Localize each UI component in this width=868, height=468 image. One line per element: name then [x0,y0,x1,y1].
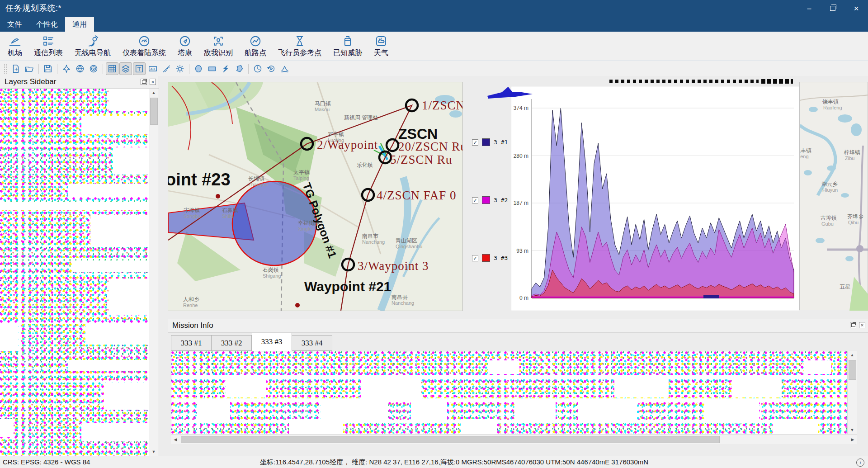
mission-vscroll-thumb[interactable] [849,360,856,380]
ribbon-button-机场[interactable]: 机场 [2,32,28,58]
sidebar-scroll-down[interactable]: ▼ [149,448,158,456]
radio-nav-icon [86,34,99,48]
svg-text:Songbu: Songbu [184,213,201,219]
legend-checkbox[interactable]: ✓ [472,255,478,261]
target-icon [89,64,99,74]
toolbar-drag-handle[interactable] [4,64,7,74]
mission-scroll-right[interactable]: ▶ [848,435,857,444]
new-file-icon [11,64,21,74]
toolbar-button-measure-icon[interactable] [160,62,173,75]
svg-text:Nanchang: Nanchang [392,300,414,306]
toolbar-button-label-ab-icon[interactable]: AB [146,62,159,75]
minimize-button[interactable]: – [797,0,821,17]
ribbon-label: 机场 [8,48,22,58]
legend-checkbox[interactable]: ✓ [472,139,478,146]
toolbar-separator [57,64,57,74]
tacan-icon [178,34,192,48]
svg-text:oint #23: oint #23 [168,170,231,189]
ribbon-button-敌我识别[interactable]: 敌我识别 [198,32,239,58]
grid-icon [107,64,117,74]
mission-tab-1[interactable]: 333 #1 [171,335,212,351]
ribbon-label: 无线电导航 [75,48,111,58]
legend-item-3: ✓3 #3 [472,254,508,262]
toolbar-button-clock-icon[interactable] [251,62,264,75]
toolbar-button-grid-icon[interactable] [106,62,118,75]
mission-hscroll-thumb[interactable] [181,436,720,443]
toolbar-button-terrain-icon[interactable] [278,62,291,75]
toolbar-button-globe-icon[interactable] [74,62,86,75]
y-axis-tick: 0 m [519,295,528,301]
toolbar-button-polyline-icon[interactable] [219,62,232,75]
sidebar-scroll-up[interactable]: ▲ [149,89,158,97]
ribbon-button-天气[interactable]: 天气 [368,32,394,58]
right-map-svg: 饶丰镇Raofeng东丰镇efeng梓埠镇Zibu湖云乡Hiuyun古埠镇Gub… [800,82,868,311]
toolbar-button-replay-icon[interactable] [265,62,278,75]
info-icon[interactable]: i [856,459,864,467]
mission-tab-3[interactable]: 333 #3 [252,333,292,351]
toolbar-button-text-icon[interactable] [133,62,146,75]
toolbar-separator [248,64,249,74]
svg-text:新祺周 管理处: 新祺周 管理处 [344,114,378,121]
toolbar-button-layers-icon[interactable] [119,62,132,75]
svg-text:青山湖区: 青山湖区 [396,237,417,244]
overview-map[interactable]: 饶丰镇Raofeng东丰镇efeng梓埠镇Zibu湖云乡Hiuyun古埠镇Gub… [799,82,868,310]
legend-swatch [482,138,490,146]
legend-checkbox[interactable]: ✓ [472,197,478,203]
save-icon [43,64,53,74]
close-button[interactable]: × [844,0,868,17]
mission-table[interactable] [171,351,848,435]
ribbon-button-无线电导航[interactable]: 无线电导航 [69,32,117,58]
toolbar-button-open-folder-icon[interactable] [23,62,36,75]
mission-float-button[interactable] [850,322,856,328]
ribbon-button-通信列表[interactable]: 通信列表 [28,32,69,58]
mission-scroll-left[interactable]: ◀ [171,435,180,444]
mission-scroll-up[interactable]: ▲ [848,351,857,359]
legend-item-2: ✓3 #2 [472,196,508,204]
svg-text:Gubu: Gubu [821,221,834,227]
toolbar-button-settings-icon[interactable] [174,62,186,75]
mission-close-button[interactable]: × [859,322,865,328]
svg-text:Renhe: Renhe [183,303,198,308]
mission-info-header: Mission Info × [168,319,868,333]
y-axis-tick: 374 m [514,105,528,111]
toolbar-button-jet-icon[interactable] [60,62,73,75]
ribbon-label: 天气 [374,48,388,58]
svg-text:AB: AB [151,66,155,71]
sidebar-scrollbar[interactable]: ▲ ▼ [149,89,159,456]
ribbon-button-仪表着陆系统[interactable]: 仪表着陆系统 [117,32,172,58]
layers-tree-content[interactable] [0,89,148,456]
mission-scroll-down[interactable]: ▼ [848,426,857,434]
svg-text:ZSCN: ZSCN [398,126,438,142]
toolbar-button-rectangle-icon[interactable] [206,62,218,75]
coordinates-label: 坐标:116.4547,28.7105经度， 维度: N28 42 37, E1… [260,458,648,467]
toolbar-button-target-icon[interactable] [87,62,100,75]
ribbon-button-飞行员参考点[interactable]: 飞行员参考点 [272,32,327,58]
ribbon-button-塔康[interactable]: 塔康 [172,32,198,58]
svg-text:Hiuyun: Hiuyun [822,187,838,193]
mission-hscrollbar[interactable]: ◀ ▶ [171,434,857,444]
sidebar-scroll-thumb[interactable] [150,98,158,125]
mission-vscrollbar[interactable]: ▲ ▼ [847,351,857,434]
menu-tab-个性化[interactable]: 个性化 [29,17,65,32]
open-folder-icon [24,64,34,74]
chart-header-buttons[interactable] [761,79,793,84]
svg-text:五星: 五星 [840,284,850,290]
mission-tab-4[interactable]: 333 #4 [292,335,332,351]
sidebar-float-button[interactable] [141,79,147,85]
title-bar[interactable]: 任务规划系统:* – × [0,0,868,17]
ribbon-button-已知威胁[interactable]: 已知威胁 [327,32,368,58]
restore-button[interactable] [821,0,844,17]
mission-tab-2[interactable]: 333 #2 [212,335,252,351]
svg-text:罗亭镇: 罗亭镇 [328,131,344,137]
ribbon-button-航路点[interactable]: 航路点 [239,32,272,58]
ils-icon [137,34,151,48]
toolbar-button-polygon-icon[interactable] [233,62,245,75]
menu-tab-通用[interactable]: 通用 [65,17,94,32]
menu-tab-文件[interactable]: 文件 [0,17,29,32]
sidebar-close-button[interactable]: × [150,79,156,85]
toolbar-button-ellipse-icon[interactable] [192,62,205,75]
toolbar-button-save-icon[interactable] [42,62,54,75]
map-view[interactable]: 马口镇Makou新祺周 管理处罗亭镇Luoting乐化镇太平镇Taiping长埇… [168,82,463,311]
ribbon-label: 仪表着陆系统 [123,48,166,58]
toolbar-button-new-file-icon[interactable] [9,62,22,75]
